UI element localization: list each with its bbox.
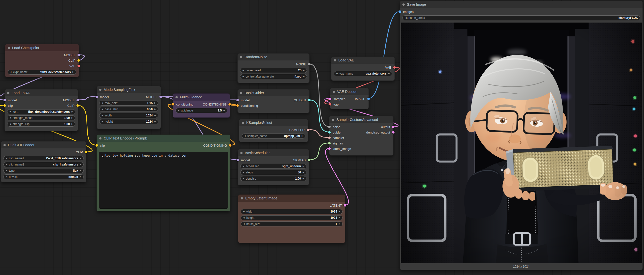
- widget-arrow-right-icon[interactable]: ▶: [80, 170, 82, 172]
- input-slot-clip[interactable]: [96, 144, 98, 147]
- widget-vae-name[interactable]: ◀vae_nameae.safetensors▶: [334, 71, 392, 76]
- widget-arrow-right-icon[interactable]: ▶: [303, 178, 304, 180]
- widget-arrow-left-icon[interactable]: ◀: [102, 114, 103, 116]
- node-loadvae[interactable]: Load VAEVAE◀vae_nameae.safetensors▶: [331, 57, 395, 81]
- widget-clip-name1[interactable]: ◀clip_name1t5xxl_fp16.safetensors▶: [4, 156, 84, 161]
- input-slot-model[interactable]: [236, 159, 239, 161]
- input-slot-conditioning[interactable]: [172, 103, 174, 106]
- output-slot-LATENT[interactable]: [344, 204, 346, 207]
- output-slot-CONDITIONING[interactable]: [229, 144, 232, 147]
- widget-arrow-right-icon[interactable]: ▶: [80, 157, 82, 159]
- prompt-textarea[interactable]: tjtoy toy holding sparkgpu gpu in a data…: [99, 152, 228, 209]
- widget-arrow-left-icon[interactable]: ◀: [10, 117, 11, 119]
- node-guider[interactable]: BasicGuidermodelGUIDERconditioning: [237, 89, 310, 113]
- node-graph-canvas[interactable]: Load CheckpointMODELCLIPVAE◀ckpt_nameflu…: [0, 0, 644, 275]
- input-slot-guider[interactable]: [328, 131, 331, 134]
- node-header[interactable]: Load LoRA: [5, 89, 78, 96]
- input-slot-images[interactable]: [399, 11, 401, 13]
- output-slot-CONDITIONING[interactable]: [228, 103, 231, 106]
- collapse-dot-icon[interactable]: [402, 4, 405, 6]
- node-noise[interactable]: RandomNoiseNOISE◀noise_seed25▶◀control a…: [237, 53, 310, 83]
- output-slot-CLIP[interactable]: [78, 59, 80, 62]
- node-header[interactable]: ModelSamplingFlux: [97, 86, 161, 93]
- widget-batch-size[interactable]: ◀batch_size1▶: [241, 221, 342, 226]
- widget-arrow-right-icon[interactable]: ▶: [302, 135, 303, 137]
- widget-arrow-left-icon[interactable]: ◀: [243, 217, 244, 219]
- widget-denoise[interactable]: ◀denoise1.00▶: [240, 176, 306, 181]
- widget-arrow-right-icon[interactable]: ▶: [154, 121, 156, 123]
- node-save[interactable]: Save Imageimagesfilename_prefixMarkuryFL…: [400, 1, 643, 270]
- node-latent[interactable]: Empty Latent ImageLATENT◀width1024▶◀heig…: [238, 194, 345, 243]
- collapse-dot-icon[interactable]: [334, 59, 336, 62]
- output-slot-VAE[interactable]: [78, 65, 80, 67]
- widget-arrow-right-icon[interactable]: ▶: [303, 76, 305, 78]
- node-ksel[interactable]: KSamplerSelectSAMPLER◀sampler_namedpmpp_…: [239, 119, 308, 142]
- node-header[interactable]: Load VAE: [332, 57, 394, 64]
- widget-arrow-right-icon[interactable]: ▶: [339, 217, 340, 219]
- node-header[interactable]: RandomNoise: [238, 54, 310, 61]
- collapse-dot-icon[interactable]: [7, 92, 10, 94]
- widget-arrow-left-icon[interactable]: ◀: [178, 110, 179, 112]
- input-slot-model[interactable]: [236, 99, 239, 101]
- widget-arrow-left-icon[interactable]: ◀: [242, 69, 244, 71]
- widget-arrow-right-icon[interactable]: ▶: [154, 114, 156, 116]
- input-slot-sigmas[interactable]: [328, 142, 331, 144]
- output-slot-NOISE[interactable]: [308, 63, 310, 65]
- collapse-dot-icon[interactable]: [333, 91, 335, 93]
- output-slot-output[interactable]: [392, 126, 394, 128]
- widget-control-after-generate[interactable]: ◀control after generatefixed▶: [240, 74, 307, 79]
- widget-arrow-right-icon[interactable]: ▶: [72, 117, 73, 119]
- widget-width[interactable]: ◀width1024▶: [99, 113, 158, 118]
- collapse-dot-icon[interactable]: [332, 119, 334, 121]
- node-clipenc[interactable]: CLIP Text Encode (Prompt)clipCONDITIONIN…: [96, 135, 230, 211]
- widget-arrow-right-icon[interactable]: ▶: [303, 171, 304, 173]
- widget-arrow-left-icon[interactable]: ◀: [102, 121, 103, 123]
- widget-arrow-left-icon[interactable]: ◀: [6, 176, 7, 178]
- widget-arrow-right-icon[interactable]: ▶: [80, 163, 82, 165]
- collapse-dot-icon[interactable]: [4, 144, 6, 146]
- node-header[interactable]: BasicGuider: [238, 89, 310, 96]
- node-fluxg[interactable]: FluxGuidanceconditioningCONDITIONING◀gui…: [173, 93, 230, 118]
- widget-height[interactable]: ◀height1024▶: [241, 215, 342, 220]
- widget-max-shift[interactable]: ◀max_shift1.15▶: [99, 101, 158, 106]
- collapse-dot-icon[interactable]: [99, 89, 102, 91]
- widget-arrow-right-icon[interactable]: ▶: [154, 102, 156, 104]
- widget-noise-seed[interactable]: ◀noise_seed25▶: [240, 68, 307, 73]
- node-header[interactable]: VAE Decode: [330, 88, 368, 95]
- output-slot-CLIP[interactable]: [85, 151, 87, 153]
- widget-arrow-left-icon[interactable]: ◀: [10, 123, 11, 125]
- widget-scheduler[interactable]: ◀schedulersgm_uniform▶: [240, 164, 306, 169]
- node-header[interactable]: DualCLIPLoader: [1, 141, 86, 148]
- widget-base-shift[interactable]: ◀base_shift0.50▶: [99, 107, 158, 112]
- collapse-dot-icon[interactable]: [176, 96, 178, 98]
- node-header[interactable]: SamplerCustomAdvanced: [330, 116, 393, 123]
- input-slot-noise[interactable]: [328, 126, 331, 128]
- node-header[interactable]: CLIP Text Encode (Prompt): [97, 135, 230, 142]
- collapse-dot-icon[interactable]: [240, 56, 242, 58]
- widget-type[interactable]: ◀typeflux▶: [4, 168, 84, 173]
- widget-arrow-left-icon[interactable]: ◀: [102, 102, 103, 104]
- input-slot-conditioning[interactable]: [236, 104, 239, 107]
- widget-arrow-left-icon[interactable]: ◀: [10, 71, 12, 73]
- widget-arrow-left-icon[interactable]: ◀: [102, 108, 103, 110]
- node-header[interactable]: FluxGuidance: [173, 94, 230, 101]
- widget-arrow-left-icon[interactable]: ◀: [6, 170, 7, 172]
- widget-arrow-right-icon[interactable]: ▶: [72, 111, 73, 113]
- widget-arrow-left-icon[interactable]: ◀: [6, 157, 7, 159]
- widget-arrow-right-icon[interactable]: ▶: [80, 176, 82, 178]
- node-header[interactable]: Load Checkpoint: [5, 44, 79, 51]
- widget-filename-prefix[interactable]: filename_prefixMarkuryFLUX: [402, 15, 640, 20]
- widget-arrow-right-icon[interactable]: ▶: [72, 71, 74, 73]
- widget-arrow-right-icon[interactable]: ▶: [72, 123, 73, 125]
- collapse-dot-icon[interactable]: [99, 137, 102, 139]
- output-slot-SIGMAS[interactable]: [308, 159, 310, 161]
- widget-sampler-name[interactable]: ◀sampler_namedpmpp_2m▶: [242, 134, 306, 138]
- widget-arrow-left-icon[interactable]: ◀: [10, 111, 11, 113]
- widget-height[interactable]: ◀height1024▶: [99, 119, 158, 124]
- widget-arrow-left-icon[interactable]: ◀: [242, 178, 244, 180]
- widget-width[interactable]: ◀width1024▶: [241, 209, 342, 214]
- widget-device[interactable]: ◀devicedefault▶: [4, 174, 84, 179]
- widget-ckpt-name[interactable]: ◀ckpt_nameflux1-dev.safetensors▶: [8, 70, 76, 75]
- widget-arrow-left-icon[interactable]: ◀: [336, 73, 338, 75]
- output-slot-MODEL[interactable]: [160, 96, 162, 98]
